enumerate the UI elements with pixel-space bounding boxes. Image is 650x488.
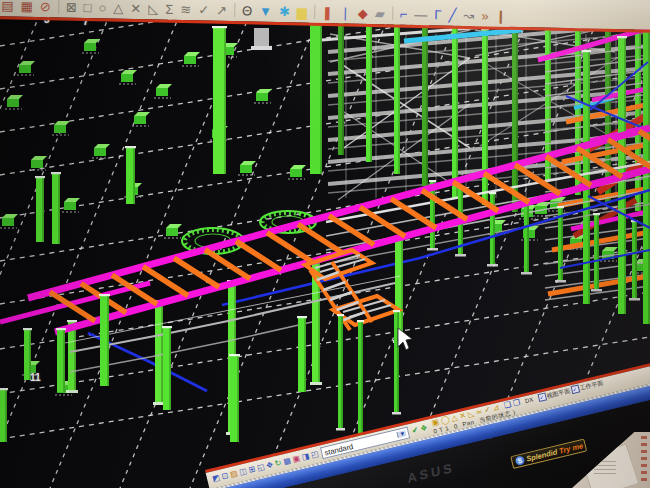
zoom-window-icon[interactable]: ◱ (256, 463, 265, 473)
mouse-cursor (398, 328, 412, 350)
work-area-icon[interactable]: ▆ (297, 5, 307, 18)
chevron-down-icon[interactable]: ▼ (397, 430, 407, 438)
snap-circle-icon[interactable]: ○ (98, 1, 106, 14)
report-icon[interactable]: ▤ (1, 0, 14, 13)
create-beam-icon[interactable]: ⌐ (400, 8, 408, 21)
stud-icon[interactable]: ❘ (340, 6, 351, 19)
asus-logo: ASUS (407, 459, 455, 485)
sticker-primary-text: Splendid (525, 447, 558, 463)
mark-icon[interactable]: ▰ (375, 7, 385, 20)
red-text-marks (641, 436, 647, 482)
create-plate-icon[interactable]: — (414, 8, 427, 21)
snap-line-icon[interactable]: ≋ (180, 3, 191, 16)
fast-forward-icon[interactable]: » (481, 9, 489, 22)
pan-tool-icon[interactable]: ✥ (266, 461, 274, 470)
snap-settings-icon[interactable]: ◩ (211, 474, 220, 484)
view-properties-icon[interactable]: ▨ (229, 470, 238, 480)
select-filter-check-icon[interactable]: ✔ (411, 426, 419, 435)
snap-geometry-icon[interactable]: □ (84, 1, 92, 14)
sum-icon[interactable]: Σ (165, 3, 173, 16)
clip-plane-icon[interactable]: ▼ (259, 5, 272, 18)
snap-points-icon[interactable]: ⊠ (66, 1, 77, 14)
filter-icons: ✔❖ (411, 424, 428, 435)
weld-icon[interactable]: ◆ (358, 7, 368, 20)
bolt-icon[interactable]: ❚ (322, 6, 333, 19)
monitor-photo: 3711 ▤▦⊘⊠□○△✕◺Σ≋✓↗Θ▼✱▆❚❘◆▰⌐—Γ╱↝»❙ ◩⊡▨◫⊞◱… (0, 0, 650, 488)
sticker-secondary-text: Try me (558, 441, 584, 455)
selection-filter-value: standard (324, 441, 354, 457)
splendid-logo-icon: S (514, 455, 525, 466)
create-polybeam-icon[interactable]: ╱ (448, 9, 456, 22)
drawing-list-icon[interactable]: ▦ (20, 0, 33, 13)
grid-icon[interactable]: ▦ (283, 457, 292, 467)
confirm-icon[interactable]: ✓ (198, 3, 209, 16)
snap-triangle-icon[interactable]: △ (113, 2, 123, 15)
count-indicator: 0 (453, 422, 458, 429)
flight-mode-icon[interactable]: ✱ (279, 5, 290, 18)
interrupt-icon[interactable]: ⊘ (40, 0, 51, 13)
rotate-view-icon[interactable]: ↻ (274, 459, 282, 468)
snap-end-icon[interactable]: △ (451, 413, 459, 422)
create-curved-beam-icon[interactable]: ↝ (463, 9, 474, 22)
snap-perpendicular-icon[interactable]: ◺ (148, 2, 158, 15)
named-view-icon[interactable]: ⊞ (248, 465, 256, 474)
item-icon[interactable]: ❙ (495, 10, 506, 23)
create-view-icon[interactable]: ◫ (239, 467, 248, 477)
toolbar-divider (392, 6, 393, 20)
phase-icon[interactable]: ◨ (301, 452, 310, 462)
toolbar-divider (58, 0, 59, 13)
inquire-icon[interactable]: ◰ (310, 450, 319, 460)
binoculars-icon[interactable]: Θ (242, 4, 252, 17)
dx-label: DX (524, 396, 534, 404)
splendid-sticker: S Splendid Try me (510, 438, 587, 468)
toolbar-divider (234, 3, 235, 17)
snap-perp-icon[interactable]: ◺ (467, 409, 475, 418)
render-view-icon[interactable]: ❖ (420, 424, 429, 433)
point-icon[interactable]: ⊡ (221, 472, 229, 481)
snap-intersection-icon[interactable]: ✕ (130, 2, 141, 15)
component-catalog-icon[interactable]: ▣ (292, 455, 301, 465)
create-column-icon[interactable]: Γ (434, 8, 441, 21)
toolbar-divider (314, 5, 315, 19)
pointer-arrow-icon[interactable]: ↗ (216, 4, 227, 17)
